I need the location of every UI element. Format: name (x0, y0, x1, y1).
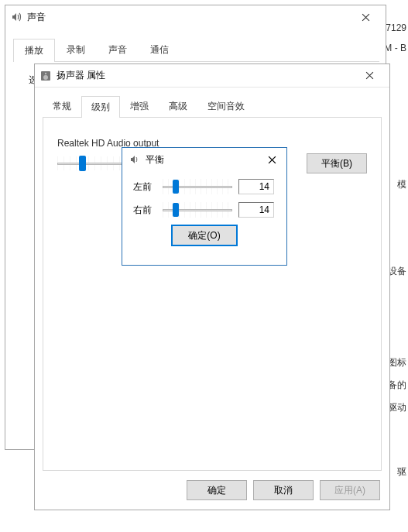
balance-icon (129, 153, 141, 166)
speaker-properties-window: 扬声器 属性 常规 级别 增强 高级 空间音效 Realtek HD Audio… (34, 63, 390, 510)
prop-apply-button[interactable]: 应用(A) (320, 480, 380, 500)
svg-point-2 (45, 72, 46, 74)
prop-title: 扬声器 属性 (57, 69, 354, 82)
output-volume-thumb[interactable] (79, 156, 86, 171)
tab-sounds[interactable]: 声音 (97, 38, 139, 61)
tab-playback[interactable]: 播放 (13, 39, 55, 62)
prop-titlebar[interactable]: 扬声器 属性 (35, 64, 389, 88)
balance-left-slider[interactable] (163, 179, 232, 194)
tab-recording[interactable]: 录制 (55, 38, 97, 61)
bg-text-3: 模 (397, 178, 406, 191)
prop-cancel-button[interactable]: 取消 (253, 480, 314, 500)
tab-spatial[interactable]: 空间音效 (197, 95, 255, 117)
balance-left-label: 左前 (133, 180, 156, 194)
balance-close-button[interactable] (262, 150, 282, 169)
tab-levels[interactable]: 级别 (81, 96, 120, 118)
balance-button[interactable]: 平衡(B) (307, 153, 367, 173)
prop-tabs: 常规 级别 增强 高级 空间音效 (43, 95, 382, 118)
bg-text-8: 驱 (397, 465, 406, 479)
balance-right-slider[interactable] (163, 202, 232, 218)
tab-enhancements[interactable]: 增强 (120, 95, 159, 117)
prop-button-row: 确定 取消 应用(A) (187, 480, 380, 500)
sound-title: 声音 (27, 11, 350, 24)
balance-left-value[interactable]: 14 (238, 179, 274, 194)
bg-text-7: 驱动 (388, 401, 406, 414)
balance-left-thumb[interactable] (173, 180, 179, 194)
bg-text-5: 图标 (388, 356, 406, 369)
balance-right-value[interactable]: 14 (238, 202, 274, 218)
balance-ok-button[interactable]: 确定(O) (172, 225, 237, 245)
bg-text-4: 设备 (388, 265, 406, 278)
sound-close-button[interactable] (350, 8, 381, 26)
tab-communications[interactable]: 通信 (139, 38, 180, 61)
balance-row-left: 左前 14 (133, 179, 276, 194)
balance-dialog: 平衡 左前 14 右前 14 确定(O) (122, 147, 287, 266)
prop-ok-button[interactable]: 确定 (187, 480, 247, 500)
balance-right-label: 右前 (133, 204, 156, 217)
sound-titlebar[interactable]: 声音 (5, 5, 386, 29)
prop-close-button[interactable] (354, 67, 385, 85)
balance-title: 平衡 (146, 153, 262, 166)
speaker-icon (10, 11, 22, 23)
tab-advanced[interactable]: 高级 (159, 95, 197, 117)
svg-point-1 (43, 75, 48, 80)
balance-row-right: 右前 14 (133, 202, 276, 218)
sound-tabs: 播放 录制 声音 通信 (13, 38, 379, 62)
balance-right-thumb[interactable] (173, 203, 179, 217)
speaker-prop-icon (39, 70, 52, 82)
balance-titlebar[interactable]: 平衡 (122, 148, 286, 171)
tab-general[interactable]: 常规 (43, 95, 81, 117)
